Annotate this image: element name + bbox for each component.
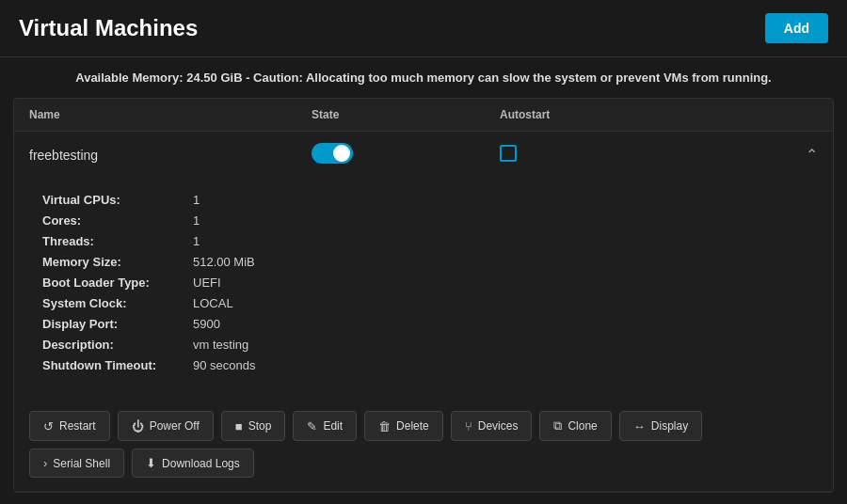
detail-value: UEFI [193, 276, 221, 290]
display-label: Display [651, 419, 688, 433]
clone-label: Clone [567, 419, 597, 433]
detail-value: 5900 [193, 317, 220, 331]
table-header: Name State Autostart [14, 99, 833, 132]
serial-shell-icon: › [43, 456, 47, 470]
detail-label: Display Port: [42, 317, 193, 331]
detail-value: 1 [193, 213, 200, 228]
detail-row: System Clock:LOCAL [42, 296, 805, 310]
page-header: Virtual Machines Add [0, 0, 847, 57]
vm-name: freebtesting [29, 148, 312, 163]
stop-button[interactable]: ■Stop [221, 411, 286, 441]
vm-autostart-checkbox[interactable] [500, 145, 688, 165]
power-off-icon: ⏻ [132, 419, 144, 433]
detail-row: Memory Size:512.00 MiB [42, 255, 805, 269]
detail-value: 90 seconds [193, 358, 256, 372]
detail-row: Description:vm testing [42, 338, 805, 352]
vm-state-toggle[interactable] [312, 143, 500, 166]
vm-expand-toggle[interactable]: ⌃ [688, 146, 818, 164]
download-logs-icon: ⬇ [146, 456, 156, 470]
edit-icon: ✎ [307, 419, 317, 433]
edit-button[interactable]: ✎Edit [293, 411, 357, 441]
vm-details: Virtual CPUs:1Cores:1Threads:1Memory Siz… [14, 178, 833, 398]
memory-notice-label: Available Memory: [75, 71, 183, 85]
col-name: Name [29, 108, 312, 121]
detail-label: Threads: [42, 234, 193, 248]
download-logs-button[interactable]: ⬇Download Logs [132, 449, 254, 478]
vm-row-header: freebtesting ⌃ [14, 132, 833, 178]
detail-label: Memory Size: [42, 255, 193, 269]
detail-value: 512.00 MiB [193, 255, 255, 269]
clone-icon: ⧉ [553, 418, 562, 433]
vm-table: Name State Autostart freebtesting ⌃ Virt… [13, 98, 834, 493]
devices-button[interactable]: ⑂Devices [451, 411, 533, 441]
stop-icon: ■ [235, 419, 243, 433]
detail-value: LOCAL [193, 296, 233, 310]
detail-label: Shutdown Timeout: [42, 358, 193, 372]
detail-label: Boot Loader Type: [42, 276, 193, 290]
stop-label: Stop [248, 419, 272, 433]
detail-label: Cores: [42, 213, 193, 228]
detail-row: Display Port:5900 [42, 317, 805, 331]
display-icon: ↔ [633, 419, 646, 433]
memory-notice-text: 24.50 GiB - Caution: Allocating too much… [186, 71, 771, 85]
detail-value: 1 [193, 193, 200, 207]
detail-label: Description: [42, 338, 193, 352]
restart-label: Restart [59, 419, 96, 433]
action-buttons-row2: ›Serial Shell⬇Download Logs [14, 449, 833, 491]
detail-row: Boot Loader Type:UEFI [42, 276, 805, 290]
download-logs-label: Download Logs [162, 457, 240, 470]
pagination: Items per page: 10 25 50 1 – 1 of 1 « ‹ … [0, 493, 847, 504]
delete-icon: 🗑 [378, 419, 391, 433]
col-state: State [312, 108, 500, 121]
serial-shell-button[interactable]: ›Serial Shell [29, 449, 124, 478]
col-expand [688, 108, 818, 121]
delete-button[interactable]: 🗑Delete [364, 411, 443, 441]
vm-row: freebtesting ⌃ Virtual CPUs:1Cores:1Thre… [14, 132, 833, 492]
serial-shell-label: Serial Shell [53, 457, 110, 470]
power-off-label: Power Off [150, 419, 200, 433]
detail-value: vm testing [193, 338, 248, 352]
detail-row: Threads:1 [42, 234, 805, 248]
col-autostart: Autostart [500, 108, 688, 121]
detail-label: Virtual CPUs: [42, 193, 193, 207]
edit-label: Edit [323, 419, 343, 433]
delete-label: Delete [396, 419, 429, 433]
display-button[interactable]: ↔Display [619, 411, 702, 441]
memory-notice: Available Memory: 24.50 GiB - Caution: A… [0, 57, 847, 98]
devices-label: Devices [478, 419, 519, 433]
add-button[interactable]: Add [765, 13, 828, 43]
detail-value: 1 [193, 234, 200, 248]
action-buttons-row1: ↺Restart⏻Power Off■Stop✎Edit🗑Delete⑂Devi… [14, 398, 833, 449]
page-title: Virtual Machines [19, 15, 198, 41]
restart-icon: ↺ [43, 419, 54, 433]
power-off-button[interactable]: ⏻Power Off [118, 411, 214, 441]
devices-icon: ⑂ [465, 419, 472, 433]
detail-row: Shutdown Timeout:90 seconds [42, 358, 805, 372]
detail-row: Virtual CPUs:1 [42, 193, 805, 207]
detail-label: System Clock: [42, 296, 193, 310]
restart-button[interactable]: ↺Restart [29, 411, 110, 441]
clone-button[interactable]: ⧉Clone [539, 411, 611, 441]
detail-row: Cores:1 [42, 213, 805, 228]
